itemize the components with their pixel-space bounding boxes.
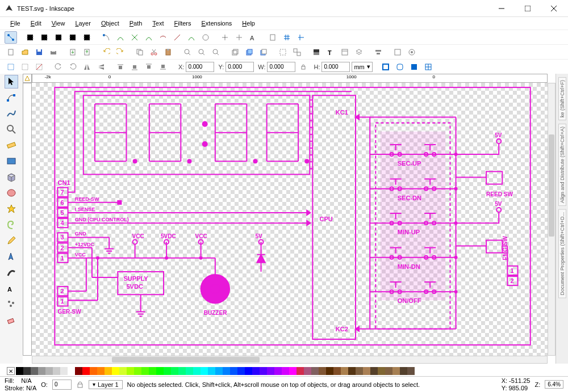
copy-icon[interactable] bbox=[133, 46, 146, 58]
flip-v-icon[interactable] bbox=[95, 61, 107, 73]
ungroup-icon[interactable] bbox=[291, 46, 303, 58]
snap-intersect-icon[interactable] bbox=[128, 31, 141, 44]
swatch[interactable] bbox=[82, 367, 90, 375]
lock-icon[interactable] bbox=[297, 61, 310, 73]
swatch[interactable] bbox=[201, 367, 208, 375]
swatch[interactable] bbox=[186, 367, 193, 375]
zoom-page-icon[interactable] bbox=[210, 46, 222, 58]
ruler-horizontal[interactable]: -2k 0 1000 1000 0 bbox=[32, 74, 548, 83]
swatch[interactable] bbox=[400, 367, 407, 375]
swatch[interactable] bbox=[289, 367, 296, 375]
box3d-tool-icon[interactable] bbox=[5, 170, 18, 184]
unit-combo[interactable]: mm▾ bbox=[352, 62, 372, 72]
swatch[interactable] bbox=[38, 367, 45, 375]
snap-node-icon[interactable] bbox=[100, 31, 112, 44]
swatch[interactable] bbox=[260, 367, 267, 375]
rect-tool-icon[interactable] bbox=[5, 154, 18, 168]
print-icon[interactable] bbox=[47, 46, 60, 58]
eraser-tool-icon[interactable] bbox=[5, 313, 18, 327]
menu-extensions[interactable]: Extensions bbox=[197, 19, 237, 28]
swatch[interactable] bbox=[341, 367, 348, 375]
cut-icon[interactable] bbox=[148, 46, 160, 58]
swatch[interactable] bbox=[370, 367, 378, 375]
opacity-input[interactable]: 0 bbox=[52, 380, 72, 390]
swatch[interactable] bbox=[156, 367, 164, 375]
zoom-draw-icon[interactable] bbox=[195, 46, 208, 58]
snap-bbox-icon[interactable] bbox=[24, 31, 36, 44]
swatch[interactable] bbox=[171, 367, 178, 375]
swatch[interactable] bbox=[23, 367, 31, 375]
affect-pattern-icon[interactable] bbox=[422, 61, 435, 73]
swatch[interactable] bbox=[45, 367, 53, 375]
swatch[interactable] bbox=[267, 367, 274, 375]
text-dialog-icon[interactable]: T bbox=[324, 46, 337, 58]
swatch[interactable] bbox=[90, 367, 97, 375]
swatch[interactable] bbox=[68, 367, 75, 375]
ruler-corner[interactable] bbox=[23, 74, 32, 83]
swatch[interactable] bbox=[208, 367, 215, 375]
dup-icon[interactable] bbox=[229, 46, 241, 58]
group-icon[interactable] bbox=[277, 46, 289, 58]
menu-object[interactable]: Object bbox=[97, 19, 124, 28]
swatch[interactable] bbox=[392, 367, 400, 375]
menu-help[interactable]: Help bbox=[237, 19, 260, 28]
swatch[interactable] bbox=[119, 367, 127, 375]
swatch[interactable] bbox=[16, 367, 23, 375]
swatch[interactable] bbox=[230, 367, 237, 375]
snap-line-icon[interactable] bbox=[171, 31, 183, 44]
measure-tool-icon[interactable] bbox=[5, 138, 18, 152]
snap-page-icon[interactable] bbox=[266, 31, 279, 44]
zoom-input[interactable]: 6.4% bbox=[545, 380, 563, 389]
swatch[interactable] bbox=[97, 367, 105, 375]
lower-icon[interactable] bbox=[143, 61, 155, 73]
xml-icon[interactable] bbox=[339, 46, 351, 58]
fill-dialog-icon[interactable] bbox=[310, 46, 323, 58]
snap-enable-icon[interactable] bbox=[5, 31, 17, 44]
swatch[interactable] bbox=[164, 367, 171, 375]
lower-bottom-icon[interactable] bbox=[157, 61, 169, 73]
menu-filters[interactable]: Filters bbox=[170, 19, 196, 28]
zoom-tool-icon[interactable] bbox=[5, 123, 18, 136]
paste-icon[interactable] bbox=[162, 46, 174, 58]
swatch[interactable] bbox=[282, 367, 289, 375]
swatch[interactable] bbox=[215, 367, 223, 375]
prefs-icon[interactable] bbox=[391, 46, 404, 58]
text-tool-icon[interactable]: A bbox=[5, 281, 18, 295]
swatch[interactable] bbox=[319, 367, 326, 375]
select-tool-icon[interactable] bbox=[5, 75, 18, 88]
snap-center2-icon[interactable] bbox=[219, 31, 231, 44]
x-input[interactable]: 0.000 bbox=[186, 62, 214, 72]
clone-icon[interactable] bbox=[243, 46, 256, 58]
swatch[interactable] bbox=[53, 367, 60, 375]
swatch[interactable] bbox=[252, 367, 260, 375]
tweak-tool-icon[interactable] bbox=[5, 107, 18, 120]
snap-rot-icon[interactable] bbox=[233, 31, 245, 44]
spray-tool-icon[interactable] bbox=[5, 297, 18, 311]
swatch[interactable] bbox=[112, 367, 119, 375]
unlink-icon[interactable] bbox=[257, 46, 270, 58]
panel-docprops[interactable]: Document Properties (Shift+Ctrl+D... bbox=[558, 209, 566, 298]
affect-stroke-icon[interactable] bbox=[379, 61, 392, 73]
snap-text-icon[interactable]: A bbox=[247, 31, 260, 44]
select-layers-icon[interactable] bbox=[19, 61, 31, 73]
deselect-icon[interactable] bbox=[33, 61, 45, 73]
star-tool-icon[interactable] bbox=[5, 202, 18, 216]
layers-icon[interactable] bbox=[353, 46, 365, 58]
import-icon[interactable] bbox=[66, 46, 79, 58]
swatch[interactable] bbox=[296, 367, 304, 375]
swatch[interactable] bbox=[31, 367, 38, 375]
circle-tool-icon[interactable] bbox=[5, 186, 18, 200]
w-input[interactable]: 0.000 bbox=[267, 62, 295, 72]
swatch[interactable] bbox=[326, 367, 333, 375]
snap-tang-icon[interactable] bbox=[199, 31, 212, 44]
spiral-tool-icon[interactable] bbox=[5, 218, 18, 231]
swatch[interactable] bbox=[333, 367, 341, 375]
align-dialog-icon[interactable] bbox=[372, 46, 385, 58]
menu-file[interactable]: File bbox=[6, 19, 25, 28]
menu-path[interactable]: Path bbox=[125, 19, 147, 28]
swatch[interactable] bbox=[407, 367, 415, 375]
export-icon[interactable] bbox=[81, 46, 93, 58]
open-icon[interactable] bbox=[19, 46, 31, 58]
snap-guide-icon[interactable] bbox=[295, 31, 307, 44]
snap-cusp-icon[interactable] bbox=[143, 31, 155, 44]
